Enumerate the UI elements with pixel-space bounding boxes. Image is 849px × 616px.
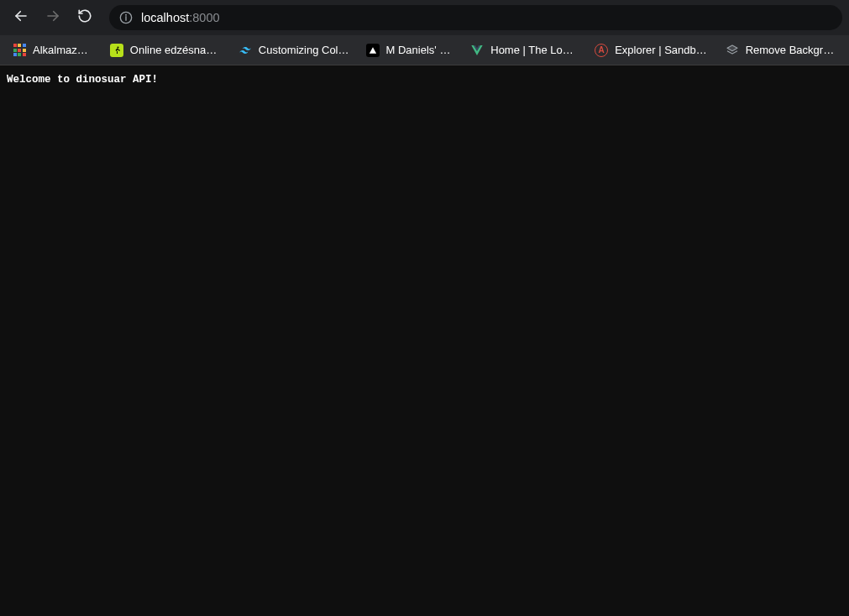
svg-marker-6	[727, 45, 737, 51]
api-welcome-text: Welcome to dinosuar API!	[7, 74, 158, 86]
browser-toolbar: localhost:8000	[0, 0, 849, 35]
address-bar[interactable]: localhost:8000	[109, 5, 842, 30]
page-content: Welcome to dinosuar API!	[0, 65, 849, 94]
tailwind-icon	[238, 44, 252, 57]
bookmark-label: Remove Backgrou…	[746, 44, 836, 56]
apps-grid-icon	[13, 44, 26, 57]
bookmark-label: Alkalmazások	[33, 44, 93, 56]
running-icon	[110, 44, 123, 57]
bookmark-label: Online edzésnapló…	[130, 44, 222, 56]
svg-point-5	[117, 46, 118, 48]
layers-icon	[726, 44, 739, 57]
bookmark-remove-background[interactable]: Remove Backgrou…	[718, 39, 844, 61]
apollo-icon: A	[595, 44, 608, 57]
forward-button[interactable]	[39, 3, 67, 32]
vercel-triangle-icon	[366, 44, 380, 57]
bookmark-label: Customizing Color…	[259, 44, 349, 56]
reload-icon	[77, 8, 92, 27]
url-host: localhost	[141, 11, 189, 24]
bookmark-m-daniels-blog[interactable]: M Daniels' Blog	[359, 39, 462, 61]
bookmark-label: Explorer | Sandbox…	[615, 44, 708, 56]
url-text: localhost:8000	[141, 11, 220, 24]
bookmark-online-edzesnaplo[interactable]: Online edzésnapló…	[102, 39, 229, 61]
bookmark-home-the-local[interactable]: Home | The Local…	[463, 39, 585, 61]
arrow-right-icon	[45, 8, 60, 27]
bookmarks-bar: Alkalmazások Online edzésnapló… Customiz…	[0, 35, 849, 65]
bookmark-label: M Daniels' Blog	[386, 44, 454, 56]
svg-point-4	[126, 14, 127, 15]
bookmark-explorer-sandbox[interactable]: A Explorer | Sandbox…	[587, 39, 715, 61]
url-port: :8000	[189, 11, 219, 24]
bookmark-customizing-color[interactable]: Customizing Color…	[231, 39, 357, 61]
arrow-left-icon	[13, 8, 29, 27]
site-info-icon[interactable]	[119, 11, 133, 24]
back-button[interactable]	[7, 3, 35, 32]
vue-icon	[470, 44, 484, 57]
bookmark-apps[interactable]: Alkalmazások	[5, 39, 101, 61]
reload-button[interactable]	[71, 3, 99, 32]
bookmark-label: Home | The Local…	[490, 44, 578, 56]
